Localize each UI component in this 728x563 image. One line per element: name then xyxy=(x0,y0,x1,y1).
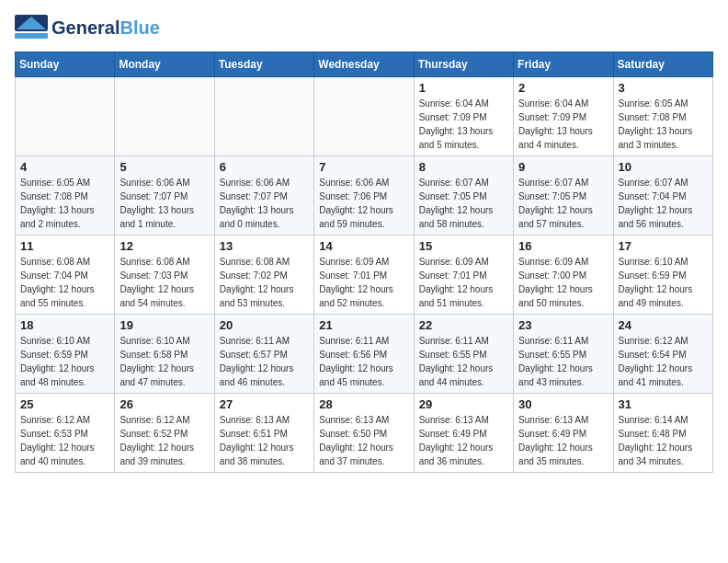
calendar-cell: 5Sunrise: 6:06 AM Sunset: 7:07 PM Daylig… xyxy=(115,156,214,236)
calendar-cell: 24Sunrise: 6:12 AM Sunset: 6:54 PM Dayli… xyxy=(613,315,712,394)
calendar-cell: 21Sunrise: 6:11 AM Sunset: 6:56 PM Dayli… xyxy=(314,315,414,394)
calendar-cell: 12Sunrise: 6:08 AM Sunset: 7:03 PM Dayli… xyxy=(115,236,214,315)
calendar-cell: 7Sunrise: 6:06 AM Sunset: 7:06 PM Daylig… xyxy=(314,156,414,236)
calendar-cell: 22Sunrise: 6:11 AM Sunset: 6:55 PM Dayli… xyxy=(414,315,513,394)
day-number: 23 xyxy=(518,318,608,332)
calendar-week-row: 11Sunrise: 6:08 AM Sunset: 7:04 PM Dayli… xyxy=(16,236,713,315)
svg-rect-2 xyxy=(15,33,48,39)
weekday-header: Thursday xyxy=(414,52,513,77)
day-info: Sunrise: 6:04 AM Sunset: 7:09 PM Dayligh… xyxy=(419,97,508,152)
calendar-cell: 19Sunrise: 6:10 AM Sunset: 6:58 PM Dayli… xyxy=(115,315,214,394)
logo-icon xyxy=(15,15,48,40)
day-info: Sunrise: 6:11 AM Sunset: 6:55 PM Dayligh… xyxy=(419,334,508,389)
day-info: Sunrise: 6:05 AM Sunset: 7:08 PM Dayligh… xyxy=(20,176,109,231)
day-info: Sunrise: 6:14 AM Sunset: 6:48 PM Dayligh… xyxy=(619,413,708,468)
day-info: Sunrise: 6:06 AM Sunset: 7:06 PM Dayligh… xyxy=(319,176,408,231)
day-info: Sunrise: 6:12 AM Sunset: 6:53 PM Dayligh… xyxy=(20,413,109,468)
day-info: Sunrise: 6:13 AM Sunset: 6:50 PM Dayligh… xyxy=(319,413,408,468)
day-number: 7 xyxy=(319,160,408,174)
day-number: 12 xyxy=(119,239,209,253)
day-info: Sunrise: 6:05 AM Sunset: 7:08 PM Dayligh… xyxy=(619,97,708,152)
day-number: 1 xyxy=(419,81,508,95)
logo-blue: Blue xyxy=(119,17,159,38)
day-info: Sunrise: 6:12 AM Sunset: 6:54 PM Dayligh… xyxy=(619,334,708,389)
calendar-cell: 13Sunrise: 6:08 AM Sunset: 7:02 PM Dayli… xyxy=(214,236,313,315)
day-number: 19 xyxy=(119,318,209,332)
day-number: 13 xyxy=(220,239,309,253)
day-number: 27 xyxy=(220,397,309,411)
weekday-header: Monday xyxy=(115,52,214,77)
day-info: Sunrise: 6:09 AM Sunset: 7:00 PM Dayligh… xyxy=(518,255,608,310)
day-info: Sunrise: 6:08 AM Sunset: 7:02 PM Dayligh… xyxy=(220,255,309,310)
calendar-cell: 26Sunrise: 6:12 AM Sunset: 6:52 PM Dayli… xyxy=(115,394,214,473)
page-header: GeneralBlue xyxy=(15,15,713,40)
day-number: 29 xyxy=(419,397,508,411)
day-number: 20 xyxy=(220,318,309,332)
weekday-header: Wednesday xyxy=(314,52,414,77)
calendar-cell xyxy=(16,77,115,156)
day-number: 31 xyxy=(619,397,708,411)
calendar-cell: 20Sunrise: 6:11 AM Sunset: 6:57 PM Dayli… xyxy=(214,315,313,394)
calendar-cell xyxy=(314,77,414,156)
calendar-cell: 6Sunrise: 6:06 AM Sunset: 7:07 PM Daylig… xyxy=(214,156,313,236)
calendar-cell: 10Sunrise: 6:07 AM Sunset: 7:04 PM Dayli… xyxy=(613,156,712,236)
day-info: Sunrise: 6:07 AM Sunset: 7:04 PM Dayligh… xyxy=(619,176,708,231)
day-info: Sunrise: 6:08 AM Sunset: 7:04 PM Dayligh… xyxy=(20,255,109,310)
day-number: 4 xyxy=(20,160,109,174)
day-number: 9 xyxy=(518,160,608,174)
calendar-cell: 15Sunrise: 6:09 AM Sunset: 7:01 PM Dayli… xyxy=(414,236,513,315)
day-info: Sunrise: 6:09 AM Sunset: 7:01 PM Dayligh… xyxy=(419,255,508,310)
calendar-cell: 30Sunrise: 6:13 AM Sunset: 6:49 PM Dayli… xyxy=(514,394,613,473)
calendar-header: SundayMondayTuesdayWednesdayThursdayFrid… xyxy=(16,52,713,77)
calendar-cell: 8Sunrise: 6:07 AM Sunset: 7:05 PM Daylig… xyxy=(414,156,513,236)
calendar-cell: 23Sunrise: 6:11 AM Sunset: 6:55 PM Dayli… xyxy=(514,315,613,394)
calendar-cell: 3Sunrise: 6:05 AM Sunset: 7:08 PM Daylig… xyxy=(613,77,712,156)
day-info: Sunrise: 6:13 AM Sunset: 6:51 PM Dayligh… xyxy=(220,413,309,468)
day-info: Sunrise: 6:10 AM Sunset: 6:59 PM Dayligh… xyxy=(619,255,708,310)
calendar-cell xyxy=(115,77,214,156)
day-number: 26 xyxy=(119,397,209,411)
day-number: 18 xyxy=(20,318,109,332)
day-info: Sunrise: 6:07 AM Sunset: 7:05 PM Dayligh… xyxy=(518,176,608,231)
day-info: Sunrise: 6:12 AM Sunset: 6:52 PM Dayligh… xyxy=(119,413,209,468)
day-number: 16 xyxy=(518,239,608,253)
day-number: 24 xyxy=(619,318,708,332)
day-number: 30 xyxy=(518,397,608,411)
day-info: Sunrise: 6:06 AM Sunset: 7:07 PM Dayligh… xyxy=(119,176,209,231)
calendar-cell: 9Sunrise: 6:07 AM Sunset: 7:05 PM Daylig… xyxy=(514,156,613,236)
weekday-header: Saturday xyxy=(613,52,712,77)
day-number: 5 xyxy=(119,160,209,174)
calendar-cell: 14Sunrise: 6:09 AM Sunset: 7:01 PM Dayli… xyxy=(314,236,414,315)
calendar-cell xyxy=(214,77,313,156)
day-number: 11 xyxy=(20,239,109,253)
day-info: Sunrise: 6:13 AM Sunset: 6:49 PM Dayligh… xyxy=(518,413,608,468)
calendar-cell: 29Sunrise: 6:13 AM Sunset: 6:49 PM Dayli… xyxy=(414,394,513,473)
day-number: 3 xyxy=(619,81,708,95)
calendar-cell: 27Sunrise: 6:13 AM Sunset: 6:51 PM Dayli… xyxy=(214,394,313,473)
day-info: Sunrise: 6:11 AM Sunset: 6:56 PM Dayligh… xyxy=(319,334,408,389)
day-info: Sunrise: 6:09 AM Sunset: 7:01 PM Dayligh… xyxy=(319,255,408,310)
day-info: Sunrise: 6:04 AM Sunset: 7:09 PM Dayligh… xyxy=(518,97,608,152)
calendar-cell: 2Sunrise: 6:04 AM Sunset: 7:09 PM Daylig… xyxy=(514,77,613,156)
day-number: 22 xyxy=(419,318,508,332)
day-info: Sunrise: 6:08 AM Sunset: 7:03 PM Dayligh… xyxy=(119,255,209,310)
weekday-header: Tuesday xyxy=(214,52,313,77)
calendar-week-row: 1Sunrise: 6:04 AM Sunset: 7:09 PM Daylig… xyxy=(16,77,713,156)
day-number: 2 xyxy=(518,81,608,95)
calendar-cell: 4Sunrise: 6:05 AM Sunset: 7:08 PM Daylig… xyxy=(16,156,115,236)
day-number: 25 xyxy=(20,397,109,411)
calendar-cell: 25Sunrise: 6:12 AM Sunset: 6:53 PM Dayli… xyxy=(16,394,115,473)
calendar-cell: 31Sunrise: 6:14 AM Sunset: 6:48 PM Dayli… xyxy=(613,394,712,473)
day-info: Sunrise: 6:11 AM Sunset: 6:57 PM Dayligh… xyxy=(220,334,309,389)
calendar-table: SundayMondayTuesdayWednesdayThursdayFrid… xyxy=(15,52,713,473)
weekday-header: Friday xyxy=(514,52,613,77)
calendar-week-row: 25Sunrise: 6:12 AM Sunset: 6:53 PM Dayli… xyxy=(16,394,713,473)
calendar-cell: 17Sunrise: 6:10 AM Sunset: 6:59 PM Dayli… xyxy=(613,236,712,315)
calendar-cell: 11Sunrise: 6:08 AM Sunset: 7:04 PM Dayli… xyxy=(16,236,115,315)
day-number: 21 xyxy=(319,318,408,332)
day-number: 6 xyxy=(220,160,309,174)
day-number: 17 xyxy=(619,239,708,253)
day-number: 14 xyxy=(319,239,408,253)
logo-general: General xyxy=(51,17,119,38)
day-number: 8 xyxy=(419,160,508,174)
